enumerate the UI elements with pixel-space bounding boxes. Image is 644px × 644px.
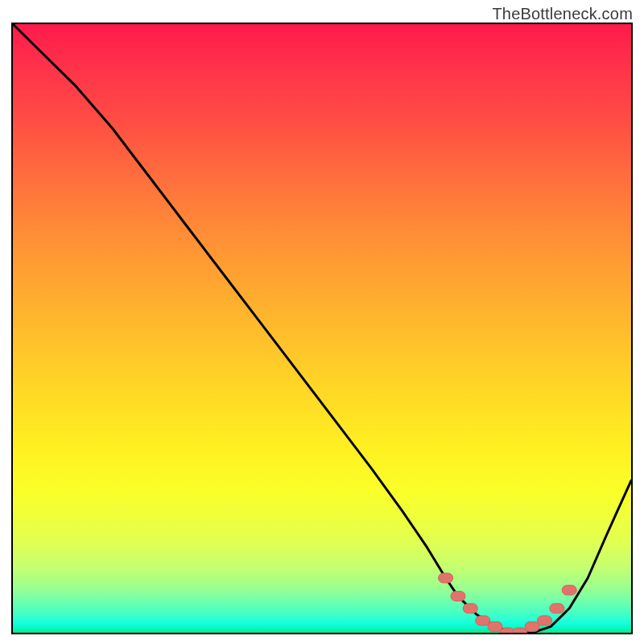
watermark-text: TheBottleneck.com <box>492 5 633 23</box>
highlight-marker <box>476 616 490 625</box>
highlight-marker <box>439 573 453 583</box>
bottleneck-curve <box>13 24 631 633</box>
highlight-marker <box>451 592 465 601</box>
highlight-marker <box>525 621 539 631</box>
curve-layer <box>13 24 631 633</box>
chart-frame: TheBottleneck.com <box>0 0 644 644</box>
highlight-marker <box>538 616 552 625</box>
highlight-marker <box>562 585 576 595</box>
highlight-marker <box>488 621 502 631</box>
plot-area <box>11 23 633 634</box>
highlight-marker <box>463 604 477 613</box>
highlight-markers <box>439 573 577 633</box>
highlight-marker <box>550 604 564 613</box>
